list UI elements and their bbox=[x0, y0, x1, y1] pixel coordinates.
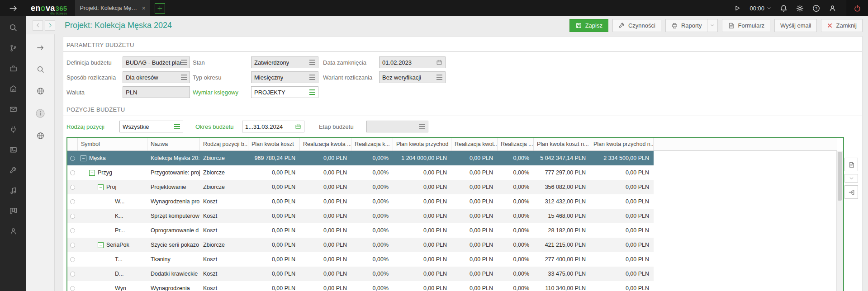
scrollbar-thumb[interactable] bbox=[838, 152, 842, 201]
collapse-icon[interactable]: − bbox=[98, 184, 104, 190]
close-button[interactable]: Zamknij bbox=[821, 19, 863, 32]
lookup-icon[interactable] bbox=[174, 124, 180, 129]
okres-budzetu-filter[interactable]: 1...31.03.2024 bbox=[242, 121, 304, 132]
search-icon[interactable] bbox=[36, 65, 45, 74]
rodzaj-pozycji-filter[interactable]: Wszystkie bbox=[119, 121, 183, 132]
sidebar-expand-button[interactable] bbox=[0, 0, 26, 16]
bell-icon[interactable] bbox=[780, 5, 787, 12]
drill-down-button[interactable] bbox=[844, 185, 858, 199]
globe-icon[interactable] bbox=[36, 87, 45, 95]
etap-budzetu-filter[interactable] bbox=[366, 121, 428, 132]
plug-icon[interactable] bbox=[9, 125, 18, 134]
help-icon[interactable]: ? bbox=[812, 5, 820, 12]
nav-forward-button[interactable] bbox=[45, 20, 55, 31]
users-icon[interactable] bbox=[9, 227, 18, 235]
column-header[interactable]: Realizacja k... bbox=[351, 138, 393, 150]
table-row[interactable]: −MęskaKolekcja Męska 20:Zbiorcze969 780,… bbox=[67, 151, 654, 165]
lookup-icon[interactable] bbox=[309, 60, 315, 65]
open-tab[interactable]: Projekt: Kolekcja Męsk... × bbox=[75, 0, 150, 16]
column-header[interactable]: Nazwa bbox=[147, 138, 200, 150]
row-selector-radio[interactable] bbox=[70, 214, 75, 219]
tab-close-icon[interactable]: × bbox=[142, 5, 145, 12]
lookup-icon[interactable] bbox=[309, 75, 315, 80]
collapse-icon[interactable]: − bbox=[89, 170, 95, 176]
column-header[interactable]: Rodzaj pozycji b... bbox=[200, 138, 248, 150]
wrench-icon[interactable] bbox=[9, 166, 18, 174]
column-header[interactable]: Plan kwota koszt bbox=[248, 138, 300, 150]
info-icon[interactable] bbox=[35, 108, 45, 118]
shortcut-panel bbox=[26, 34, 55, 291]
table-row[interactable]: T...TkaninyKoszt0,00 PLN0,00 PLN0,00%0,0… bbox=[67, 252, 654, 267]
table-row[interactable]: WynWynagrodzeniaKoszt0,00 PLN0,00 PLN0,0… bbox=[67, 281, 654, 291]
collapse-icon[interactable]: − bbox=[98, 242, 104, 248]
user-icon[interactable] bbox=[829, 5, 836, 12]
table-row[interactable]: −SeriaPokSzycie serii pokazoZbiorcze0,00… bbox=[67, 238, 654, 252]
row-selector-radio[interactable] bbox=[70, 156, 75, 161]
home-icon[interactable] bbox=[9, 84, 18, 93]
stan-field[interactable]: Zatwierdzony bbox=[251, 56, 318, 68]
git-branch-icon[interactable] bbox=[9, 44, 18, 52]
wariant-field[interactable]: Bez weryfikacji bbox=[379, 71, 446, 83]
typ-okresu-field[interactable]: Miesięczny bbox=[251, 71, 318, 83]
definicja-field[interactable]: BUDAG - Budżet plan i... bbox=[123, 56, 190, 68]
table-row[interactable]: D...Dodatki krawieckieKoszt0,00 PLN0,00 … bbox=[67, 267, 654, 281]
image-icon[interactable] bbox=[9, 146, 18, 154]
row-selector-radio[interactable] bbox=[70, 243, 75, 248]
row-selector-radio[interactable] bbox=[70, 170, 75, 175]
vertical-scrollbar[interactable] bbox=[836, 151, 843, 291]
column-header[interactable]: Realizacja ... bbox=[498, 138, 534, 150]
table-row[interactable]: W...Wynagrodzenia proKoszt0,00 PLN0,00 P… bbox=[67, 194, 654, 209]
table-row[interactable]: Pr...Oprogramowanie dKoszt0,00 PLN0,00 P… bbox=[67, 223, 654, 238]
column-header[interactable]: Plan kwota przychod n... bbox=[590, 138, 654, 150]
calendar-icon[interactable] bbox=[295, 123, 301, 130]
arrow-right-icon[interactable] bbox=[36, 43, 45, 52]
column-header[interactable]: Realizacja kwota ... bbox=[300, 138, 351, 150]
row-selector-radio[interactable] bbox=[70, 199, 75, 204]
row-selector-radio[interactable] bbox=[70, 185, 75, 190]
table-row[interactable]: −PrzygPrzygotowanie: projZbiorcze0,00 PL… bbox=[67, 165, 654, 180]
waluta-field[interactable]: PLN bbox=[123, 86, 190, 98]
selector-cell bbox=[67, 170, 78, 175]
column-header[interactable]: Plan kwota przychod bbox=[393, 138, 451, 150]
music-note-icon[interactable] bbox=[9, 186, 18, 195]
logout-button[interactable] bbox=[846, 0, 868, 16]
nav-back-button[interactable] bbox=[33, 20, 43, 31]
lookup-icon[interactable] bbox=[181, 75, 187, 80]
lookup-icon[interactable] bbox=[309, 89, 315, 95]
globe-icon-2[interactable] bbox=[36, 131, 45, 140]
save-button[interactable]: Zapisz bbox=[569, 19, 608, 32]
briefcase-icon[interactable] bbox=[9, 64, 18, 73]
row-selector-radio[interactable] bbox=[70, 257, 75, 262]
row-amount: 0,00 PLN bbox=[248, 285, 300, 291]
expand-panel-button[interactable] bbox=[844, 174, 858, 183]
sidebar-search-button[interactable] bbox=[9, 23, 18, 32]
table-row[interactable]: −ProjProjektowanieZbiorcze0,00 PLN0,00 P… bbox=[67, 180, 654, 194]
work-timer[interactable]: 00:00 bbox=[749, 5, 771, 12]
mail-icon[interactable] bbox=[9, 105, 18, 113]
row-selector-radio[interactable] bbox=[70, 272, 75, 277]
sposob-field[interactable]: Dla okresów bbox=[123, 71, 190, 83]
row-selector-radio[interactable] bbox=[70, 228, 75, 233]
reports-dropdown-button[interactable] bbox=[707, 19, 718, 32]
reports-button[interactable]: Raporty bbox=[665, 19, 708, 32]
open-detail-button[interactable] bbox=[844, 158, 858, 171]
new-tab-button[interactable] bbox=[155, 3, 165, 14]
lookup-icon[interactable] bbox=[419, 124, 425, 129]
wymiar-field[interactable]: PROJEKTY bbox=[251, 86, 318, 98]
column-header[interactable]: Symbol bbox=[78, 138, 147, 150]
data-zamkniecia-field[interactable]: 01.02.2023 bbox=[379, 56, 446, 68]
column-header[interactable]: Plan kwota koszt n... bbox=[534, 138, 590, 150]
calendar-icon[interactable] bbox=[436, 59, 442, 66]
collapse-icon[interactable]: − bbox=[81, 155, 86, 161]
row-selector-radio[interactable] bbox=[70, 286, 75, 291]
lookup-icon[interactable] bbox=[436, 75, 442, 80]
table-row[interactable]: K...Sprzęt komputerowKoszt0,00 PLN0,00 P… bbox=[67, 209, 654, 223]
lookup-icon[interactable] bbox=[181, 60, 187, 65]
actions-button[interactable]: Czynności bbox=[612, 19, 661, 32]
send-email-button[interactable]: Wyślij email bbox=[774, 19, 817, 32]
form-button[interactable]: Formularz bbox=[722, 19, 770, 32]
column-header[interactable]: Realizacja kwot... bbox=[451, 138, 498, 150]
play-icon[interactable] bbox=[734, 5, 741, 12]
kanban-icon[interactable] bbox=[9, 207, 18, 215]
gear-icon[interactable] bbox=[796, 5, 804, 12]
